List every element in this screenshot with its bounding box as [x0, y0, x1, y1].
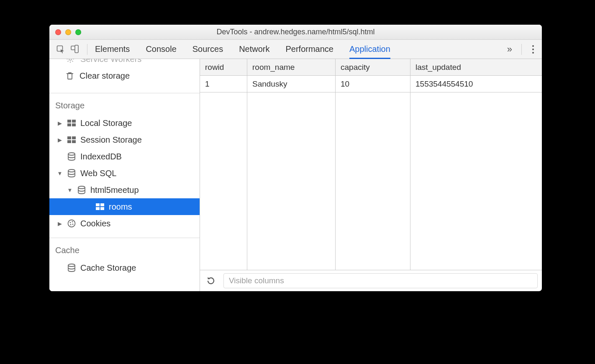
table-viewer: rowid 1 room_name Sandusky capacity 10 l…: [200, 59, 542, 291]
table-column: room_name Sandusky: [247, 59, 336, 270]
table-header-last-updated[interactable]: last_updated: [410, 59, 542, 76]
table-column: rowid 1: [200, 59, 247, 270]
svg-point-28: [68, 220, 75, 227]
svg-rect-26: [96, 207, 100, 210]
table-header-capacity[interactable]: capacity: [336, 59, 410, 76]
chevron-right-icon: ▶: [57, 220, 63, 227]
sidebar-item-cookies[interactable]: ▶ Cookies: [49, 215, 200, 232]
devtools-window: DevTools - andrew.hedges.name/html5/sql.…: [49, 25, 542, 291]
table-header-rowid[interactable]: rowid: [200, 59, 247, 76]
chevron-right-icon: ▶: [57, 120, 63, 126]
sidebar-item-label: html5meetup: [90, 185, 139, 195]
tab-network[interactable]: Network: [239, 40, 269, 59]
close-window-button[interactable]: [55, 29, 61, 35]
table-cell[interactable]: Sandusky: [247, 76, 335, 92]
tab-elements[interactable]: Elements: [95, 40, 130, 59]
svg-point-30: [72, 221, 73, 223]
sidebar-section-cache: Cache: [49, 238, 200, 259]
toolbar-separator: [87, 44, 87, 55]
svg-rect-2: [75, 45, 78, 53]
svg-line-10: [68, 61, 69, 62]
sidebar-item-web-sql[interactable]: ▼ Web SQL: [49, 165, 200, 182]
tab-performance[interactable]: Performance: [286, 40, 334, 59]
table-column: capacity 10: [336, 59, 410, 270]
svg-point-33: [68, 264, 75, 267]
sidebar-section-storage: Storage: [49, 93, 200, 115]
grid-icon: [67, 136, 76, 143]
inspect-element-icon[interactable]: [54, 42, 68, 56]
sidebar-item-session-storage[interactable]: ▶ Session Storage: [49, 131, 200, 148]
svg-line-9: [72, 61, 73, 62]
visible-columns-input[interactable]: [223, 273, 538, 288]
device-toolbar-icon[interactable]: [68, 42, 82, 56]
svg-point-3: [69, 59, 72, 60]
sidebar-item-rooms[interactable]: rooms: [49, 198, 200, 215]
zoom-window-button[interactable]: [75, 29, 81, 35]
data-table: rowid 1 room_name Sandusky capacity 10 l…: [200, 59, 542, 270]
kebab-menu-icon[interactable]: [527, 45, 539, 54]
sidebar-truncated-section: Service Workers Clear storage: [49, 59, 200, 93]
svg-rect-17: [67, 136, 71, 139]
tab-sources[interactable]: Sources: [192, 40, 223, 59]
sidebar-item-label: Session Storage: [80, 135, 142, 145]
table-empty-area: [200, 92, 247, 270]
grid-icon: [95, 203, 105, 210]
sidebar-item-html5meetup[interactable]: ▼ html5meetup: [49, 182, 200, 198]
sidebar-item-label: Cache Storage: [80, 263, 136, 273]
svg-rect-15: [67, 123, 71, 126]
table-cell[interactable]: 1: [200, 76, 247, 92]
svg-rect-12: [67, 73, 73, 74]
sidebar-item-label: Service Workers: [80, 59, 141, 64]
svg-rect-20: [72, 140, 76, 143]
sidebar-item-label: Cookies: [80, 219, 110, 228]
devtools-toolbar: Elements Console Sources Network Perform…: [49, 40, 542, 59]
svg-point-23: [78, 186, 85, 189]
tab-console[interactable]: Console: [146, 40, 176, 59]
database-icon: [67, 264, 76, 272]
table-cell[interactable]: 10: [336, 76, 410, 92]
table-column: last_updated 1553544554510: [410, 59, 542, 270]
grid-icon: [67, 120, 76, 126]
database-icon: [67, 169, 76, 177]
window-titlebar: DevTools - andrew.hedges.name/html5/sql.…: [49, 25, 542, 40]
svg-rect-18: [72, 136, 76, 139]
sidebar-item-label: Clear storage: [80, 71, 130, 81]
trash-icon: [66, 72, 74, 80]
minimize-window-button[interactable]: [65, 29, 71, 35]
svg-rect-16: [72, 123, 76, 126]
chevron-right-icon: ▶: [57, 137, 63, 143]
table-header-room-name[interactable]: room_name: [247, 59, 335, 76]
cookie-icon: [67, 219, 76, 228]
application-sidebar: Service Workers Clear storage Storage ▶ …: [49, 59, 200, 291]
database-icon: [77, 186, 86, 194]
sidebar-item-label: rooms: [109, 202, 132, 212]
table-footer: [200, 270, 542, 291]
chevron-down-icon: ▼: [57, 170, 63, 177]
sidebar-item-label: Web SQL: [80, 169, 116, 178]
tab-application[interactable]: Application: [349, 40, 390, 59]
table-empty-area: [410, 92, 542, 270]
sidebar-item-cache-storage[interactable]: Cache Storage: [49, 259, 200, 276]
sidebar-item-indexeddb[interactable]: IndexedDB: [49, 148, 200, 165]
sidebar-item-service-workers[interactable]: Service Workers: [49, 59, 200, 67]
svg-point-32: [70, 224, 72, 226]
sidebar-item-local-storage[interactable]: ▶ Local Storage: [49, 115, 200, 131]
gear-icon: [66, 59, 74, 63]
table-empty-area: [247, 92, 335, 270]
svg-point-31: [72, 224, 74, 225]
more-tabs-icon[interactable]: »: [503, 44, 516, 55]
svg-rect-24: [96, 203, 100, 206]
table-empty-area: [336, 92, 410, 270]
sidebar-item-label: IndexedDB: [80, 152, 122, 161]
window-controls: [49, 29, 87, 35]
svg-rect-19: [67, 140, 71, 143]
window-title: DevTools - andrew.hedges.name/html5/sql.…: [49, 28, 542, 36]
storage-tree: ▶ Local Storage ▶ Session Storage: [49, 115, 200, 232]
database-icon: [67, 152, 76, 161]
table-cell[interactable]: 1553544554510: [410, 76, 542, 92]
svg-point-21: [68, 153, 75, 155]
sidebar-item-clear-storage[interactable]: Clear storage: [49, 67, 200, 84]
svg-rect-25: [100, 203, 104, 206]
svg-point-22: [68, 169, 75, 172]
refresh-icon[interactable]: [204, 274, 218, 287]
